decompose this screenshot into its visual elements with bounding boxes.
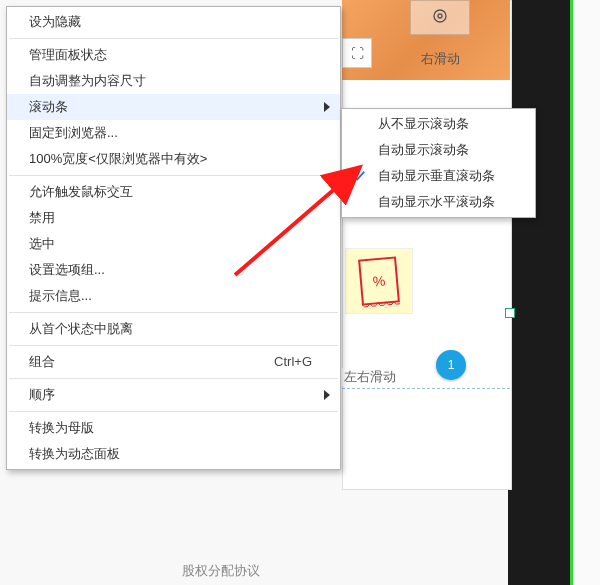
coupon-widget[interactable]: % [345,248,413,314]
menu-separator [9,312,338,313]
guide-vertical-green [570,0,573,585]
submenu-label: 自动显示水平滚动条 [378,194,495,209]
menu-convert-to-dynamic-panel[interactable]: 转换为动态面板 [7,441,340,467]
menu-label: 固定到浏览器... [29,125,118,140]
menu-label: 滚动条 [29,99,68,114]
step-badge: 1 [436,350,466,380]
menu-auto-fit-content[interactable]: 自动调整为内容尺寸 [7,68,340,94]
swipe-label-top: 右滑动 [421,50,460,68]
gear-button[interactable] [410,0,470,35]
menu-label: 顺序 [29,387,55,402]
gear-icon [432,8,448,27]
menu-disable[interactable]: 禁用 [7,205,340,231]
context-menu: 设为隐藏 管理面板状态 自动调整为内容尺寸 滚动条 固定到浏览器... 100%… [6,6,341,470]
menu-label: 管理面板状态 [29,47,107,62]
menu-allow-mouse-interactions[interactable]: 允许触发鼠标交互 [7,179,340,205]
menu-shortcut: Ctrl+G [274,349,312,375]
fullscreen-icon: ⛶ [351,46,364,61]
submenu-auto-vertical[interactable]: 自动显示垂直滚动条 [342,163,535,189]
submenu-arrow-icon [324,382,330,408]
menu-label: 从首个状态中脱离 [29,321,133,336]
menu-label: 组合 [29,354,55,369]
coupon-stamp-icon: % [358,256,400,305]
fullscreen-button[interactable]: ⛶ [342,38,372,68]
guide-horizontal [342,388,510,389]
swipe-label-mid: 左右滑动 [342,368,398,386]
menu-label: 自动调整为内容尺寸 [29,73,146,88]
menu-selected[interactable]: 选中 [7,231,340,257]
menu-label: 设为隐藏 [29,14,81,29]
menu-separator [9,378,338,379]
menu-pin-to-browser[interactable]: 固定到浏览器... [7,120,340,146]
svg-point-1 [434,10,446,22]
menu-separator [9,345,338,346]
submenu-label: 自动显示垂直滚动条 [378,168,495,183]
menu-separator [9,38,338,39]
submenu-arrow-icon [324,94,330,120]
menu-tooltip[interactable]: 提示信息... [7,283,340,309]
menu-scrollbar[interactable]: 滚动条 [7,94,340,120]
menu-separator [9,175,338,176]
design-canvas: ⛶ 右滑动 % 左右滑动 1 股权分配协议 设为隐藏 管理面板状态 自动调整为内… [0,0,600,585]
menu-label: 设置选项组... [29,262,105,277]
submenu-auto-horizontal[interactable]: 自动显示水平滚动条 [342,189,535,215]
submenu-label: 自动显示滚动条 [378,142,469,157]
menu-label: 选中 [29,236,55,251]
scrollbar-submenu: 从不显示滚动条 自动显示滚动条 自动显示垂直滚动条 自动显示水平滚动条 [341,108,536,218]
submenu-label: 从不显示滚动条 [378,116,469,131]
menu-label: 100%宽度<仅限浏览器中有效> [29,151,207,166]
menu-group[interactable]: 组合 Ctrl+G [7,349,340,375]
menu-label: 转换为动态面板 [29,446,120,461]
menu-100-width[interactable]: 100%宽度<仅限浏览器中有效> [7,146,340,172]
resize-handle[interactable] [505,308,515,318]
footer-text: 股权分配协议 [182,562,260,580]
menu-set-hidden[interactable]: 设为隐藏 [7,9,340,35]
menu-break-first-state[interactable]: 从首个状态中脱离 [7,316,340,342]
editor-side-panel [570,0,600,585]
svg-point-0 [438,14,442,18]
menu-separator [9,411,338,412]
check-icon [352,163,366,189]
submenu-never-show[interactable]: 从不显示滚动条 [342,111,535,137]
menu-manage-panel-states[interactable]: 管理面板状态 [7,42,340,68]
menu-label: 提示信息... [29,288,92,303]
menu-label: 允许触发鼠标交互 [29,184,133,199]
editor-dark-strip [508,0,570,585]
menu-convert-to-master[interactable]: 转换为母版 [7,415,340,441]
menu-order[interactable]: 顺序 [7,382,340,408]
submenu-auto-show[interactable]: 自动显示滚动条 [342,137,535,163]
menu-label: 转换为母版 [29,420,94,435]
menu-set-option-group[interactable]: 设置选项组... [7,257,340,283]
menu-label: 禁用 [29,210,55,225]
